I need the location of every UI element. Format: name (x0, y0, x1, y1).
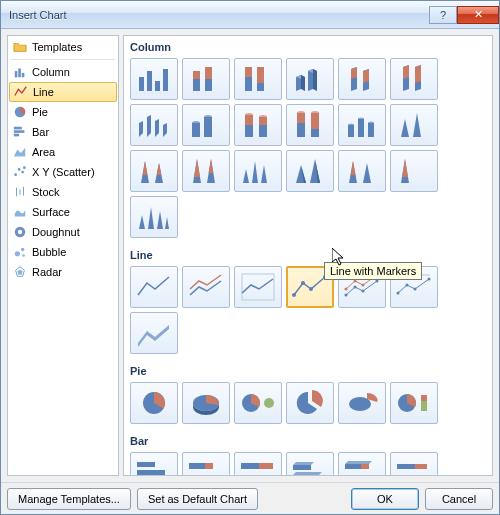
group-title-pie: Pie (124, 360, 492, 380)
sidebar-item-label: Templates (32, 41, 82, 53)
chart-thumb-clustered-cylinder[interactable] (182, 104, 230, 146)
svg-point-72 (428, 278, 431, 281)
tooltip: Line with Markers (324, 262, 422, 280)
sidebar-item-templates[interactable]: Templates (9, 37, 117, 57)
sidebar-item-stock[interactable]: Stock (9, 182, 117, 202)
svg-rect-90 (241, 475, 273, 476)
help-icon: ? (440, 9, 446, 21)
svg-rect-28 (205, 67, 212, 79)
chart-thumb-exploded-pie[interactable] (286, 382, 334, 424)
sidebar-item-pie[interactable]: Pie (9, 102, 117, 122)
svg-rect-1 (18, 69, 21, 78)
chart-thumb-3d-100-stacked-bar[interactable] (390, 452, 438, 476)
chart-thumb-stacked-column[interactable] (182, 58, 230, 100)
chart-thumb-pie[interactable] (130, 382, 178, 424)
chart-thumb-100-stacked-pyramid[interactable] (390, 150, 438, 192)
chart-thumb-3d-pie[interactable] (182, 382, 230, 424)
svg-rect-24 (163, 69, 168, 91)
window-title: Insert Chart (9, 9, 429, 21)
svg-rect-26 (193, 71, 200, 79)
svg-rect-45 (297, 123, 305, 137)
sidebar-item-line[interactable]: Line (9, 82, 117, 102)
chart-thumb-exploded-3d-pie[interactable] (338, 382, 386, 424)
insert-chart-dialog: Insert Chart ? ✕ Templates Column Li (0, 0, 500, 515)
group-title-line: Line (124, 244, 492, 264)
chart-thumb-stacked-bar[interactable] (182, 452, 230, 476)
chart-thumb-stacked-line[interactable] (182, 266, 230, 308)
svg-point-56 (292, 293, 296, 297)
chart-thumb-3d-stacked-column[interactable] (338, 58, 386, 100)
category-sidebar: Templates Column Line Pie Bar Area (7, 35, 119, 476)
button-label: OK (377, 493, 393, 505)
svg-point-76 (264, 398, 274, 408)
sidebar-item-doughnut[interactable]: Doughnut (9, 222, 117, 242)
chart-thumb-3d-cone[interactable] (234, 150, 282, 192)
chart-gallery[interactable]: Column (123, 35, 493, 476)
svg-rect-54 (368, 123, 374, 137)
chart-thumb-100-stacked-cylinder[interactable] (286, 104, 334, 146)
chart-thumb-3d-100-stacked-column[interactable] (390, 58, 438, 100)
sidebar-item-scatter[interactable]: X Y (Scatter) (9, 162, 117, 182)
chart-thumb-3d-clustered-bar[interactable] (286, 452, 334, 476)
svg-rect-86 (189, 475, 219, 476)
chart-thumb-pie-of-pie[interactable] (234, 382, 282, 424)
svg-rect-44 (297, 113, 305, 123)
window-buttons: ? ✕ (429, 6, 499, 24)
manage-templates-button[interactable]: Manage Templates... (7, 488, 131, 510)
sidebar-item-column[interactable]: Column (9, 62, 117, 82)
area-icon (13, 145, 27, 159)
sidebar-item-area[interactable]: Area (9, 142, 117, 162)
svg-point-15 (18, 230, 22, 234)
sidebar-item-label: X Y (Scatter) (32, 166, 95, 178)
button-label: Manage Templates... (18, 493, 120, 505)
chart-thumb-clustered-cone[interactable] (390, 104, 438, 146)
folder-icon (13, 40, 27, 54)
chart-thumb-3d-column[interactable] (130, 104, 178, 146)
sidebar-item-bar[interactable]: Bar (9, 122, 117, 142)
chart-thumb-stacked-cone[interactable] (130, 150, 178, 192)
chart-thumb-clustered-pyramid[interactable] (286, 150, 334, 192)
svg-rect-93 (293, 475, 319, 476)
chart-thumb-100-stacked-cone[interactable] (182, 150, 230, 192)
chart-thumb-3d-cylinder[interactable] (338, 104, 386, 146)
pie-icon (13, 105, 27, 119)
svg-rect-81 (137, 462, 155, 467)
chart-thumb-100-stacked-line[interactable] (234, 266, 282, 308)
svg-point-60 (345, 294, 348, 297)
sidebar-item-radar[interactable]: Radar (9, 262, 117, 282)
svg-rect-100 (397, 475, 427, 476)
chart-thumb-line[interactable] (130, 266, 178, 308)
chart-thumb-3d-line[interactable] (130, 312, 178, 354)
chart-thumb-clustered-bar[interactable] (130, 452, 178, 476)
sidebar-item-label: Line (33, 86, 54, 98)
column-grid (124, 56, 492, 244)
chart-thumb-bar-of-pie[interactable] (390, 382, 438, 424)
chart-thumb-100-stacked-bar[interactable] (234, 452, 282, 476)
svg-rect-38 (245, 115, 253, 125)
sidebar-item-label: Area (32, 146, 55, 158)
help-button[interactable]: ? (429, 6, 457, 24)
group-title-bar: Bar (124, 430, 492, 450)
svg-point-70 (406, 284, 409, 287)
chart-thumb-100-stacked-column[interactable] (234, 58, 282, 100)
svg-rect-34 (192, 123, 200, 137)
chart-thumb-3d-pyramid[interactable] (130, 196, 178, 238)
chart-thumb-3d-clustered-column[interactable] (286, 58, 334, 100)
svg-point-17 (21, 248, 25, 252)
svg-point-71 (414, 288, 417, 291)
sidebar-item-surface[interactable]: Surface (9, 202, 117, 222)
chart-thumb-stacked-pyramid[interactable] (338, 150, 386, 192)
chart-thumb-stacked-cylinder[interactable] (234, 104, 282, 146)
close-button[interactable]: ✕ (457, 6, 499, 24)
sidebar-item-bubble[interactable]: Bubble (9, 242, 117, 262)
svg-rect-39 (245, 125, 253, 137)
set-default-chart-button[interactable]: Set as Default Chart (137, 488, 258, 510)
line-icon (14, 85, 28, 99)
ok-button[interactable]: OK (351, 488, 419, 510)
svg-rect-41 (259, 117, 267, 125)
chart-thumb-3d-stacked-bar[interactable] (338, 452, 386, 476)
sidebar-item-label: Doughnut (32, 226, 80, 238)
chart-thumb-clustered-column[interactable] (130, 58, 178, 100)
svg-rect-92 (293, 465, 311, 470)
cancel-button[interactable]: Cancel (425, 488, 493, 510)
